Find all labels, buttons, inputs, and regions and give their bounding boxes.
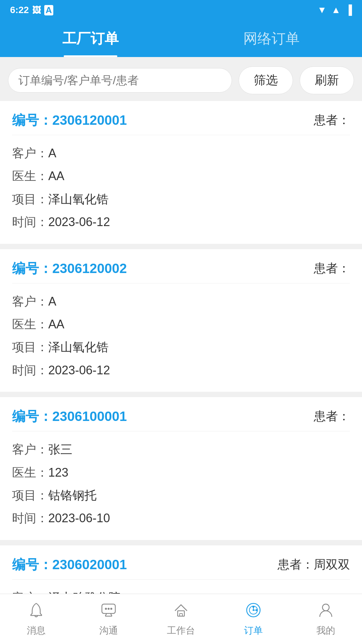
tab-factory-label: 工厂订单 <box>62 29 119 48</box>
order-detail-time-1: 时间：2023-06-12 <box>12 211 350 233</box>
order-header-3: 编号：2306100001 患者： <box>12 407 350 431</box>
order-header-4: 编号：2306020001 患者：周双双 <box>12 555 350 580</box>
search-bar-area: 筛选 刷新 <box>0 57 362 101</box>
a-icon: A <box>44 5 53 15</box>
order-detail-doctor-1: 医生：AA <box>12 165 350 187</box>
order-detail-project-1: 项目：泽山氧化锆 <box>12 188 350 211</box>
order-detail-project-3: 项目：钴铬钢托 <box>12 484 350 507</box>
status-right: ▼ ▲ ▐ <box>317 5 352 15</box>
search-input-wrap <box>8 68 232 93</box>
top-tabs: 工厂订单 网络订单 <box>0 20 362 57</box>
order-detail-doctor-2: 医生：AA <box>12 313 350 336</box>
order-detail-project-2: 项目：泽山氧化锆 <box>12 336 350 359</box>
order-card-2[interactable]: 编号：2306120002 患者： 客户：A 医生：AA 项目：泽山氧化锆 时间… <box>0 249 362 392</box>
chat-icon <box>100 601 117 622</box>
order-detail-customer-2: 客户：A <box>12 290 350 313</box>
nav-orders[interactable]: 订单 <box>217 601 290 637</box>
order-detail-time-2: 时间：2023-06-12 <box>12 359 350 382</box>
nav-workbench[interactable]: 工作台 <box>145 601 217 637</box>
svg-point-4 <box>110 608 112 610</box>
order-header-1: 编号：2306120001 患者： <box>12 111 350 135</box>
wifi-icon: ▼ <box>317 5 327 15</box>
svg-point-12 <box>322 604 329 611</box>
order-header-2: 编号：2306120002 患者： <box>12 259 350 283</box>
user-icon <box>317 601 335 622</box>
status-bar: 6:22 🖼 A ▼ ▲ ▐ <box>0 0 362 20</box>
order-number-4: 编号：2306020001 <box>12 555 127 574</box>
order-detail-time-3: 时间：2023-06-10 <box>12 507 350 530</box>
orders-icon <box>245 601 262 622</box>
filter-button[interactable]: 筛选 <box>239 66 293 94</box>
order-number-3: 编号：2306100001 <box>12 407 127 426</box>
battery-icon: ▐ <box>345 5 352 15</box>
bell-icon <box>27 601 45 622</box>
nav-messages-label: 消息 <box>27 624 46 637</box>
order-detail-customer-3: 客户：张三 <box>12 438 350 461</box>
order-patient-2: 患者： <box>314 260 350 277</box>
order-patient-3: 患者： <box>314 408 350 425</box>
order-number-1: 编号：2306120001 <box>12 111 127 129</box>
search-input[interactable] <box>18 74 222 87</box>
nav-communication-label: 沟通 <box>99 624 118 637</box>
order-detail-doctor-3: 医生：123 <box>12 461 350 484</box>
home-icon <box>172 601 190 622</box>
nav-messages[interactable]: 消息 <box>0 601 72 637</box>
nav-mine-label: 我的 <box>316 624 335 637</box>
refresh-button[interactable]: 刷新 <box>300 66 354 94</box>
order-patient-1: 患者： <box>314 112 350 128</box>
order-card-1[interactable]: 编号：2306120001 患者： 客户：A 医生：AA 项目：泽山氧化锆 时间… <box>0 101 362 244</box>
status-left: 6:22 🖼 A <box>10 5 53 15</box>
order-patient-4: 患者：周双双 <box>278 556 350 573</box>
svg-point-2 <box>105 608 107 610</box>
nav-communication[interactable]: 沟通 <box>72 601 145 637</box>
nav-mine[interactable]: 我的 <box>290 601 362 637</box>
order-detail-customer-1: 客户：A <box>12 142 350 165</box>
svg-point-11 <box>253 609 254 611</box>
order-card-3[interactable]: 编号：2306100001 患者： 客户：张三 医生：123 项目：钴铬钢托 时… <box>0 397 362 540</box>
tab-online[interactable]: 网络订单 <box>181 20 362 57</box>
order-number-2: 编号：2306120002 <box>12 259 127 278</box>
status-time: 6:22 <box>10 5 29 15</box>
nav-orders-label: 订单 <box>244 624 263 637</box>
order-list: 编号：2306120001 患者： 客户：A 医生：AA 项目：泽山氧化锆 时间… <box>0 101 362 644</box>
tab-online-label: 网络订单 <box>243 29 300 48</box>
image-icon: 🖼 <box>32 5 41 15</box>
nav-workbench-label: 工作台 <box>167 624 195 637</box>
bottom-nav: 消息 沟通 工作台 <box>0 594 362 644</box>
svg-point-3 <box>108 608 110 610</box>
tab-factory[interactable]: 工厂订单 <box>0 20 181 57</box>
signal-icon: ▲ <box>331 5 341 15</box>
